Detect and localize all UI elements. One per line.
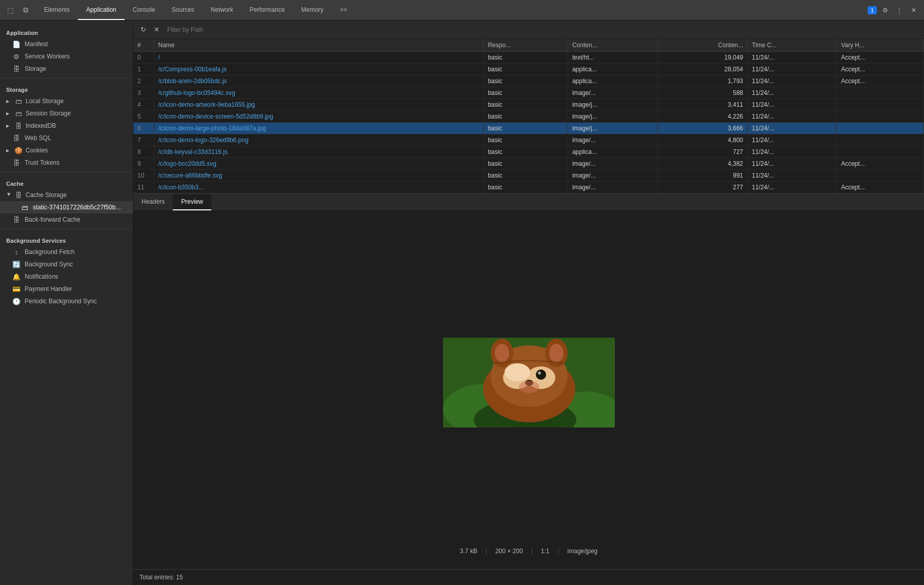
svg-point-14 bbox=[514, 372, 517, 375]
tab-network[interactable]: Network bbox=[203, 0, 242, 20]
preview-meta: 3.7 kB | 200 × 200 | 1:1 | image/jpeg bbox=[460, 543, 598, 559]
back-forward-cache-icon: 🗄 bbox=[12, 216, 21, 224]
table-cell: 11/24/... bbox=[748, 170, 837, 182]
sidebar-item-indexeddb[interactable]: ▶ 🗄 IndexedDB bbox=[0, 120, 133, 132]
close-icon[interactable]: ✕ bbox=[908, 4, 920, 16]
sidebar-item-storage[interactable]: 🗄 Storage bbox=[0, 63, 133, 75]
table-row[interactable]: 2/c/blob-anim-2db05bdc.jsbasicapplica...… bbox=[133, 75, 924, 87]
payment-handler-icon: 💳 bbox=[12, 285, 21, 293]
preview-content: 3.7 kB | 200 × 200 | 1:1 | image/jpeg bbox=[133, 211, 924, 569]
sidebar-item-web-sql[interactable]: 🗄 Web SQL bbox=[0, 132, 133, 144]
sidebar-item-periodic-bg-sync[interactable]: 🕐 Periodic Background Sync bbox=[0, 295, 133, 307]
sidebar-item-session-storage[interactable]: ▶ 🗃 Session Storage bbox=[0, 107, 133, 120]
sidebar-item-back-forward-cache[interactable]: 🗄 Back-forward Cache bbox=[0, 213, 133, 226]
console-badge[interactable]: 1 bbox=[868, 6, 877, 14]
table-cell: 4,382 bbox=[658, 158, 748, 170]
tab-sources[interactable]: Sources bbox=[164, 0, 203, 20]
table-row[interactable]: 7/c/icon-demo-logo-326ed9b6.pngbasicimag… bbox=[133, 134, 924, 146]
table-cell bbox=[837, 134, 924, 146]
table-cell: Accept... bbox=[837, 52, 924, 64]
sidebar-item-trust-tokens[interactable]: 🗄 Trust Tokens bbox=[0, 157, 133, 169]
sidebar-item-background-sync[interactable]: 🔄 Background Sync bbox=[0, 258, 133, 270]
col-header-time: Time C... bbox=[748, 39, 837, 52]
table-row[interactable]: 4/c/icon-demo-artwork-9eba1655.jpgbasici… bbox=[133, 99, 924, 111]
main-layout: Application 📄 Manifest ⚙ Service Workers… bbox=[0, 21, 924, 585]
table-row[interactable]: 0/basictext/ht...19,04911/24/...Accept..… bbox=[133, 52, 924, 64]
table-cell: text/ht... bbox=[568, 52, 657, 64]
table-row[interactable]: 6/c/icon-demo-large-photo-18da387a.jpgba… bbox=[133, 123, 924, 134]
table-cell bbox=[837, 99, 924, 111]
tab-headers[interactable]: Headers bbox=[133, 194, 173, 210]
table-header-row: # Name Respo... Conten... Conten... Time… bbox=[133, 39, 924, 52]
table-cell: image/... bbox=[568, 134, 657, 146]
table-cell: image/j... bbox=[568, 99, 657, 111]
background-fetch-label: Background Fetch bbox=[25, 248, 74, 256]
table-row[interactable]: 5/c/icon-demo-device-screen-5d52d8b9.jpg… bbox=[133, 111, 924, 123]
table-row[interactable]: 9/c/logo-bcc20dd5.svgbasicimage/...4,382… bbox=[133, 158, 924, 170]
tab-performance[interactable]: Performance bbox=[242, 0, 293, 20]
sidebar-item-local-storage[interactable]: ▶ 🗃 Local Storage bbox=[0, 95, 133, 107]
settings-icon[interactable]: ⚙ bbox=[879, 4, 891, 16]
static-cache-label: static-3741017226db5c27f50b... bbox=[33, 204, 120, 211]
table-row[interactable]: 1/c/Compress-00b1eafa.jsbasicapplica...2… bbox=[133, 64, 924, 75]
tab-preview[interactable]: Preview bbox=[173, 194, 211, 210]
table-cell: Accept... bbox=[837, 158, 924, 170]
divider-3 bbox=[0, 229, 133, 229]
svg-point-9 bbox=[549, 344, 564, 362]
table-row[interactable]: 11/c/icon-b350b3...basicimage/...27711/2… bbox=[133, 182, 924, 193]
table-row[interactable]: 10/c/secure-a66bbdfe.svgbasicimage/...99… bbox=[133, 170, 924, 182]
table-row[interactable]: 8/c/idb-keyval-c33d3116.jsbasicapplica..… bbox=[133, 146, 924, 158]
table-cell: 9 bbox=[133, 158, 154, 170]
table-cell: 277 bbox=[658, 182, 748, 193]
table-cell: image/j... bbox=[568, 123, 657, 134]
table-cell-name: /c/icon-demo-artwork-9eba1655.jpg bbox=[154, 99, 484, 111]
sidebar-item-background-fetch[interactable]: ↕ Background Fetch bbox=[0, 246, 133, 258]
tab-more[interactable]: >> bbox=[332, 0, 355, 20]
table-cell: 11/24/... bbox=[748, 52, 837, 64]
toolbar-right: 1 ⚙ ⋮ ✕ bbox=[868, 4, 924, 16]
table-cell bbox=[837, 111, 924, 123]
tab-console[interactable]: Console bbox=[125, 0, 164, 20]
sidebar-storage-label: Storage bbox=[25, 65, 46, 72]
table-cell: 3 bbox=[133, 87, 154, 99]
background-fetch-icon: ↕ bbox=[12, 248, 21, 256]
sidebar-item-service-workers[interactable]: ⚙ Service Workers bbox=[0, 50, 133, 63]
table-cell bbox=[837, 170, 924, 182]
table-cell: 588 bbox=[658, 87, 748, 99]
tab-memory[interactable]: Memory bbox=[293, 0, 332, 20]
clear-button[interactable]: ✕ bbox=[151, 24, 162, 35]
main-tabs: Elements Application Console Sources Net… bbox=[36, 0, 355, 20]
tab-elements[interactable]: Elements bbox=[36, 0, 78, 20]
sidebar-item-notifications[interactable]: 🔔 Notifications bbox=[0, 270, 133, 283]
sidebar-item-cookies[interactable]: ▶ 🍪 Cookies bbox=[0, 144, 133, 157]
table-cell: 0 bbox=[133, 52, 154, 64]
sidebar-item-static-cache[interactable]: 🗃 static-3741017226db5c27f50b... bbox=[0, 201, 133, 213]
table-row[interactable]: 3/c/github-logo-bc05494c.svgbasicimage/.… bbox=[133, 87, 924, 99]
table-cell: basic bbox=[484, 87, 568, 99]
svg-point-8 bbox=[495, 344, 509, 362]
sidebar-item-manifest[interactable]: 📄 Manifest bbox=[0, 38, 133, 50]
payment-handler-label: Payment Handler bbox=[25, 285, 72, 292]
session-storage-icon: 🗃 bbox=[14, 110, 23, 118]
sidebar-item-cache-storage[interactable]: ▶ 🗄 Cache Storage bbox=[0, 189, 133, 201]
chevron-cookies: ▶ bbox=[6, 148, 11, 153]
table-cell: applica... bbox=[568, 64, 657, 75]
table-cell: 11/24/... bbox=[748, 75, 837, 87]
tab-application[interactable]: Application bbox=[78, 0, 125, 20]
sidebar-item-payment-handler[interactable]: 💳 Payment Handler bbox=[0, 283, 133, 295]
table-cell-name: /c/logo-bcc20dd5.svg bbox=[154, 158, 484, 170]
inspect-icon[interactable]: ⬚ bbox=[4, 4, 16, 16]
more-options-icon[interactable]: ⋮ bbox=[893, 4, 906, 16]
refresh-button[interactable]: ↻ bbox=[137, 24, 149, 35]
footer: Total entries: 15 bbox=[133, 569, 924, 585]
local-storage-icon: 🗃 bbox=[14, 98, 23, 105]
table-cell: basic bbox=[484, 111, 568, 123]
col-header-num: # bbox=[133, 39, 154, 52]
local-storage-label: Local Storage bbox=[26, 98, 64, 105]
table-cell: basic bbox=[484, 123, 568, 134]
preview-size: 3.7 kB bbox=[460, 548, 477, 555]
table-cell: 11/24/... bbox=[748, 64, 837, 75]
filter-input[interactable] bbox=[164, 26, 920, 33]
device-icon[interactable]: ⧉ bbox=[19, 4, 32, 16]
chevron-cache-storage: ▶ bbox=[7, 192, 11, 198]
